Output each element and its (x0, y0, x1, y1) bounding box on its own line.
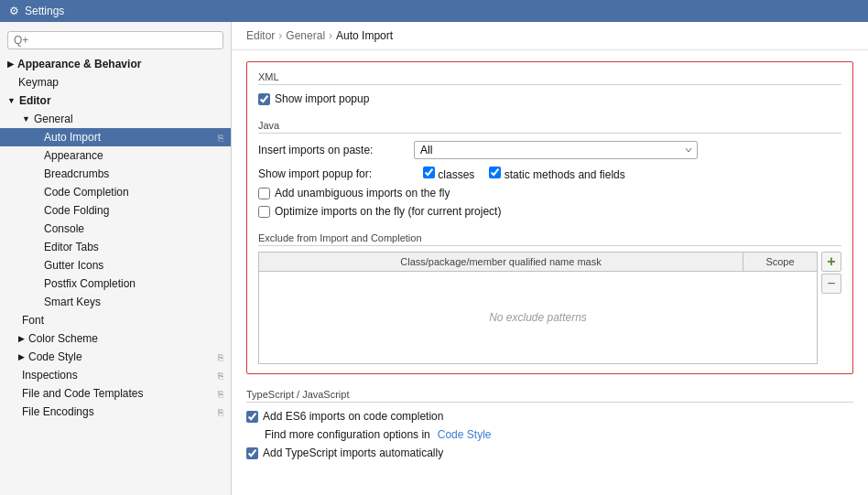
xml-section: XML Show import popup (258, 71, 841, 105)
add-unambiguous-checkbox[interactable] (258, 188, 270, 199)
insert-imports-row: Insert imports on paste: All Ask None (258, 141, 841, 159)
sidebar-item-keymap[interactable]: Keymap (0, 73, 231, 91)
add-unambiguous-row: Add unambiguous imports on the fly (258, 187, 841, 199)
sidebar-item-code-folding[interactable]: Code Folding (0, 201, 231, 220)
show-import-popup-row: Show import popup (258, 92, 841, 105)
exclude-title: Exclude from Import and Completion (258, 232, 841, 246)
content-area: XML Show import popup Java Insert import… (232, 50, 868, 495)
classes-checkbox[interactable] (423, 167, 435, 178)
classes-label[interactable]: classes (423, 167, 474, 181)
copy-icon: ⎘ (218, 371, 223, 381)
show-popup-row: Show import popup for: classes static me… (258, 167, 841, 181)
add-unambiguous-label[interactable]: Add unambiguous imports on the fly (258, 187, 450, 199)
copy-icon: ⎘ (218, 133, 223, 143)
arrow-icon: ▶ (18, 334, 25, 343)
sidebar-item-color-scheme[interactable]: ▶ Color Scheme (0, 329, 231, 348)
search-box[interactable] (7, 31, 223, 49)
code-style-link[interactable]: Code Style (438, 428, 492, 441)
breadcrumb-part-1: Editor (246, 29, 275, 42)
breadcrumb-part-2: General (286, 29, 325, 42)
exclude-table: Class/package/member qualified name mask… (258, 252, 818, 364)
table-header: Class/package/member qualified name mask… (259, 253, 817, 272)
optimize-imports-row: Optimize imports on the fly (for current… (258, 205, 841, 218)
arrow-icon: ▶ (7, 59, 14, 69)
add-es6-row: Add ES6 imports on code completion (246, 410, 853, 423)
sidebar-item-appearance-behavior[interactable]: ▶ Appearance & Behavior (0, 55, 231, 73)
sidebar: ▶ Appearance & Behavior Keymap ▼ Editor … (0, 22, 232, 495)
breadcrumb-sep-1: › (278, 29, 282, 42)
add-pattern-button[interactable]: + (821, 252, 841, 272)
typescript-section: TypeScript / JavaScript Add ES6 imports … (246, 389, 853, 459)
java-section-title: Java (258, 120, 841, 134)
copy-icon: ⎘ (218, 352, 223, 362)
sidebar-item-console[interactable]: Console (0, 220, 231, 238)
arrow-icon: ▼ (7, 96, 16, 105)
exclude-section: Exclude from Import and Completion Class… (258, 232, 841, 364)
add-es6-label[interactable]: Add ES6 imports on code completion (246, 410, 443, 423)
col-scope-header: Scope (743, 253, 817, 271)
sidebar-item-code-completion[interactable]: Code Completion (0, 183, 231, 201)
table-body: No exclude patterns (259, 272, 817, 363)
arrow-icon: ▼ (22, 114, 30, 124)
sidebar-item-postfix-completion[interactable]: Postfix Completion (0, 274, 231, 293)
copy-icon: ⎘ (218, 389, 223, 399)
main-container: ▶ Appearance & Behavior Keymap ▼ Editor … (0, 22, 868, 495)
sidebar-item-code-style[interactable]: ▶ Code Style ⎘ (0, 348, 231, 366)
table-action-buttons: + − (821, 252, 841, 364)
copy-icon: ⎘ (218, 407, 223, 417)
show-popup-checkboxes: classes static methods and fields (423, 167, 625, 181)
sidebar-item-breadcrumbs[interactable]: Breadcrumbs (0, 165, 231, 183)
sidebar-item-inspections[interactable]: Inspections ⎘ (0, 366, 231, 384)
title-bar-title: Settings (25, 5, 64, 17)
add-es6-checkbox[interactable] (246, 411, 258, 423)
sidebar-item-editor-tabs[interactable]: Editor Tabs (0, 238, 231, 256)
sidebar-item-editor[interactable]: ▼ Editor (0, 91, 231, 110)
optimize-imports-label[interactable]: Optimize imports on the fly (for current… (258, 205, 501, 218)
col-name-header: Class/package/member qualified name mask (259, 253, 743, 271)
xml-section-title: XML (258, 71, 841, 85)
exclude-table-container: Class/package/member qualified name mask… (258, 252, 841, 364)
show-popup-label: Show import popup for: (258, 167, 405, 180)
sidebar-item-auto-import[interactable]: Auto Import ⎘ (0, 128, 231, 146)
java-section: Java Insert imports on paste: All Ask No… (258, 120, 841, 218)
breadcrumb-sep-2: › (329, 29, 332, 42)
insert-imports-dropdown[interactable]: All Ask None (414, 141, 698, 159)
sidebar-item-file-encodings[interactable]: File Encodings ⎘ (0, 403, 231, 421)
add-typescript-label[interactable]: Add TypeScript imports automatically (246, 447, 443, 459)
no-patterns-text: No exclude patterns (489, 311, 587, 324)
find-config-text: Find more configuration options in (265, 428, 430, 441)
title-bar-icon: ⚙ (9, 5, 19, 17)
remove-pattern-button[interactable]: − (821, 274, 841, 294)
static-methods-checkbox[interactable] (489, 167, 501, 178)
settings-panel: XML Show import popup Java Insert import… (246, 61, 853, 374)
insert-imports-label: Insert imports on paste: (258, 144, 405, 156)
main-content: Editor › General › Auto Import XML Show … (232, 22, 868, 495)
sidebar-item-appearance-editor[interactable]: Appearance (0, 146, 231, 165)
arrow-icon: ▶ (18, 352, 25, 361)
sidebar-item-file-code-templates[interactable]: File and Code Templates ⎘ (0, 384, 231, 403)
breadcrumb-part-3: Auto Import (336, 29, 393, 42)
breadcrumb: Editor › General › Auto Import (232, 22, 868, 50)
static-methods-label[interactable]: static methods and fields (489, 167, 624, 181)
add-typescript-row: Add TypeScript imports automatically (246, 447, 853, 459)
title-bar: ⚙ Settings (0, 0, 868, 22)
find-config-row: Find more configuration options in Code … (246, 428, 853, 441)
search-input[interactable] (14, 34, 217, 47)
optimize-imports-checkbox[interactable] (258, 206, 270, 218)
sidebar-item-general[interactable]: ▼ General (0, 110, 231, 128)
show-import-popup-checkbox[interactable] (258, 93, 270, 105)
add-typescript-checkbox[interactable] (246, 447, 258, 459)
ts-title: TypeScript / JavaScript (246, 389, 853, 403)
show-import-popup-label[interactable]: Show import popup (258, 92, 369, 105)
sidebar-item-gutter-icons[interactable]: Gutter Icons (0, 256, 231, 274)
sidebar-item-font[interactable]: Font (0, 311, 231, 329)
sidebar-item-smart-keys[interactable]: Smart Keys (0, 293, 231, 311)
